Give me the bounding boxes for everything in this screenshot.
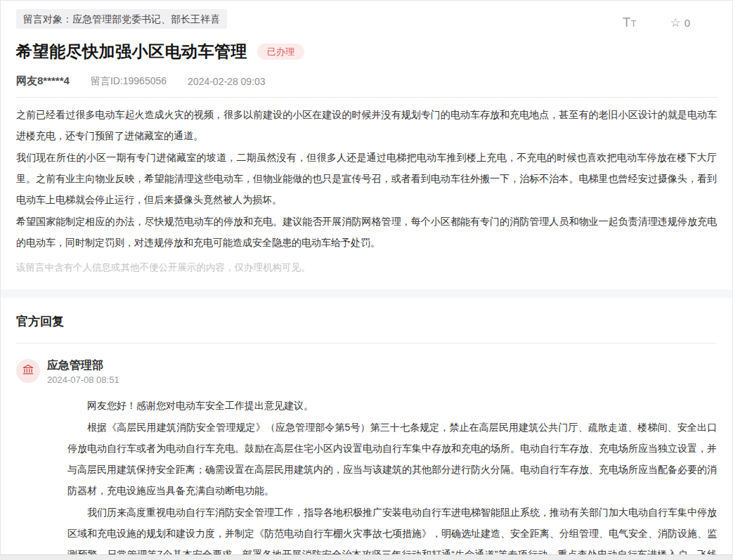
dotted-divider [16,97,717,98]
reply-paragraph: 我们历来高度重视电动自行车消防安全管理工作，指导各地积极推广安装电动自行车进电梯… [67,502,717,555]
font-size-toggle[interactable]: T T [623,15,637,30]
message-date: 2024-02-28 09:03 [188,76,266,87]
message-card: 留言对象：应急管理部党委书记、部长王祥喜 T T ☆ 0 希望能尽快加强小区电动… [1,1,732,275]
author-name: 网友8*****4 [16,74,70,88]
section-divider-band [1,289,732,298]
star-icon: ☆ [670,17,680,29]
message-paragraph: 我们现在所住的小区一期有专门进储藏室的坡道，二期虽然没有，但很多人还是通过电梯把… [16,147,717,210]
message-body: 之前已经看过很多电动车起火造成火灾的视频，很多以前建设的小区在建设的时候并没有规… [16,104,717,253]
reply-paragraph: 网友您好！感谢您对电动车安全工作提出意见建议。 [67,395,717,416]
message-detail-page: 留言对象：应急管理部党委书记、部长王祥喜 T T ☆ 0 希望能尽快加强小区电动… [0,0,733,555]
message-title: 希望能尽快加强小区电动车管理 [16,41,247,63]
font-size-large-icon: T [623,15,631,30]
status-badge: 已办理 [257,44,304,60]
font-size-small-icon: T [630,18,636,29]
government-building-icon [22,363,34,379]
reply-date: 2024-07-08 08:51 [47,375,119,385]
reply-author-block: 应急管理部 2024-07-08 08:51 [47,359,119,385]
agency-name: 应急管理部 [47,359,119,372]
message-meta: 网友8*****4 留言ID:19965056 2024-02-28 09:03 [16,74,717,88]
reply-paragraph: 根据《高层民用建筑消防安全管理规定》（应急管理部令第5号）第三十七条规定，禁止在… [67,417,717,501]
privacy-note: 该留言中含有个人信息或其他不便公开展示的内容，仅办理机构可见。 [16,261,717,275]
favorite-button[interactable]: ☆ 0 [670,17,690,29]
message-paragraph: 希望国家能制定相应的办法，尽快规范电动车的停放和充电。建议能否开展消防网格管理，… [16,211,717,253]
favorite-count: 0 [685,17,690,29]
agency-avatar [16,359,40,383]
reply-header: 应急管理部 2024-07-08 08:51 [16,359,717,385]
message-card-header: 留言对象：应急管理部党委书记、部长王祥喜 T T ☆ 0 [16,9,717,30]
title-row: 希望能尽快加强小区电动车管理 已办理 [16,41,717,63]
official-reply-title: 官方回复 [16,313,717,330]
message-paragraph: 之前已经看过很多电动车起火造成火灾的视频，很多以前建设的小区在建设的时候并没有规… [16,104,717,146]
message-id: 留言ID:19965056 [91,75,167,88]
official-reply-card: 官方回复 应急管理部 2024-07-08 08:51 [1,298,732,555]
reply-divider [16,343,717,344]
message-target-tag: 留言对象：应急管理部党委书记、部长王祥喜 [16,9,227,29]
top-actions: T T ☆ 0 [623,15,690,30]
reply-body: 网友您好！感谢您对电动车安全工作提出意见建议。 根据《高层民用建筑消防安全管理规… [67,395,717,555]
